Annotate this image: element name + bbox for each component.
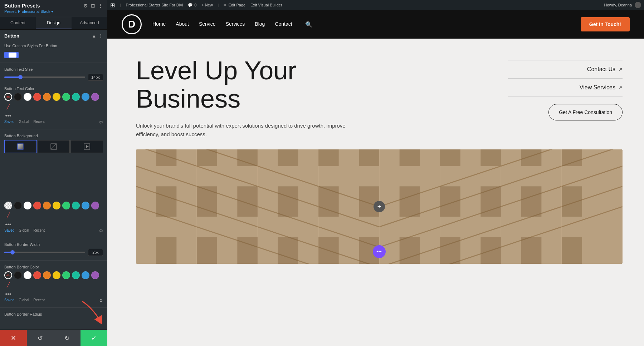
field-text-color: Button Text Color ✏ ╱ ••• Saved Global [0,84,107,128]
tab-advanced[interactable]: Advanced [72,17,107,29]
text-size-input[interactable] [88,74,103,81]
hero-content: Level Up Your Business Unlock your brand… [107,39,644,149]
panel-header-icons: ⚙ ⊞ ⋮ [83,3,103,9]
text-color-dots[interactable]: ••• [4,113,12,119]
panel-settings-icon[interactable]: ⚙ [83,3,88,9]
hero-link-services[interactable]: View Services ↗ [508,79,623,97]
wp-site-name[interactable]: Professional Starter Site For Divi [126,3,183,7]
swatch-black-border[interactable] [14,271,22,279]
hero-subtitle: Unlock your brand's full potential with … [136,122,351,139]
border-color-saved[interactable]: Saved [4,298,14,303]
bg-color-saved[interactable]: Saved [4,228,14,233]
swatch-orange-bg[interactable] [43,202,51,209]
swatch-checker-bg[interactable] [4,202,12,209]
swatch-teal-text[interactable] [72,93,80,101]
bg-video-option[interactable] [70,140,103,153]
swatch-orange-text[interactable] [43,93,51,101]
swatch-yellow-border[interactable] [53,271,60,279]
swatch-purple-border[interactable] [91,271,99,279]
svg-marker-4 [86,145,89,148]
undo-button[interactable]: ↺ [27,330,54,346]
bg-color-recent[interactable]: Recent [33,228,45,233]
nav-search-icon[interactable]: 🔍 [305,21,312,28]
border-color-recent[interactable]: Recent [33,298,45,303]
bg-gradient-option[interactable] [4,140,37,153]
bg-color-dots[interactable]: ••• [4,221,12,228]
swatch-blue-text[interactable] [82,93,89,101]
wp-new[interactable]: + New [201,3,213,7]
swatch-yellow-bg[interactable] [53,202,60,209]
wp-admin-bar: ⊞ | Professional Starter Site For Divi 💬… [107,0,644,10]
swatch-slash-text[interactable]: ╱ [4,103,12,110]
hero-link-contact[interactable]: Contact Us ↗ [508,60,623,79]
custom-styles-toggle[interactable] [4,52,19,58]
bg-options [4,140,103,153]
wp-exit-vb[interactable]: Exit Visual Builder [250,3,282,7]
swatch-blue-border[interactable] [82,271,89,279]
site-logo[interactable]: D [122,14,142,34]
swatch-slash-bg[interactable]: ╱ [4,211,12,219]
text-size-slider[interactable] [4,76,85,78]
section-collapse-icon[interactable]: ▲ [92,33,96,39]
text-color-saved[interactable]: Saved [4,120,14,125]
border-color-global[interactable]: Global [19,298,29,303]
nav-contact[interactable]: Contact [275,21,292,28]
border-color-gear[interactable]: ⚙ [99,298,103,303]
border-width-input[interactable] [88,249,103,256]
swatch-yellow-text[interactable] [53,93,60,101]
hero-cta-button[interactable]: Get A Free Consultation [548,104,623,120]
swatch-orange-border[interactable] [43,271,51,279]
tab-content[interactable]: Content [0,17,36,29]
svg-rect-19 [318,149,339,166]
swatch-teal-border[interactable] [72,271,80,279]
swatch-purple-bg[interactable] [91,202,99,209]
text-size-label: Button Text Size [4,67,103,71]
text-color-recent[interactable]: Recent [33,120,45,125]
swatch-green-bg[interactable] [62,202,70,209]
wp-comments[interactable]: 💬 0 [188,3,196,8]
redo-button[interactable]: ↻ [54,330,80,346]
tab-design[interactable]: Design [36,17,72,29]
nav-home[interactable]: Home [152,21,166,28]
svg-rect-26 [156,187,177,217]
border-color-dots[interactable]: ••• [4,291,12,297]
swatch-red-border[interactable] [33,271,41,279]
swatch-pencil-border[interactable]: ✏ [4,271,12,279]
close-icon: ✕ [11,334,16,342]
panel-menu-icon[interactable]: ⋮ [98,3,103,9]
swatch-black-bg[interactable] [14,202,22,209]
swatch-teal-bg[interactable] [72,202,80,209]
swatch-green-text[interactable] [62,93,70,101]
nav-blog[interactable]: Blog [255,21,265,28]
add-content-button[interactable]: + [374,201,385,212]
nav-services[interactable]: Services [226,21,245,28]
save-button[interactable]: ✓ [80,330,107,346]
nav-about[interactable]: About [176,21,189,28]
swatch-white-text[interactable] [24,93,31,101]
wp-edit-page[interactable]: ✏ Edit Page [224,3,245,8]
swatch-red-bg[interactable] [33,202,41,209]
swatch-white-bg[interactable] [24,202,31,209]
swatch-green-border[interactable] [62,271,70,279]
close-button[interactable]: ✕ [0,330,27,346]
nav-service[interactable]: Service [199,21,216,28]
bg-color-global[interactable]: Global [19,228,29,233]
bg-color-gear[interactable]: ⚙ [99,228,103,233]
more-options-button[interactable]: ••• [373,245,386,258]
border-width-slider[interactable] [4,252,85,253]
nav-cta-button[interactable]: Get In Touch! [581,17,630,31]
bg-image-option[interactable] [38,140,70,153]
text-color-global[interactable]: Global [19,120,29,125]
swatch-white-border[interactable] [24,271,31,279]
text-color-gear[interactable]: ⚙ [99,120,103,125]
swatch-blue-bg[interactable] [82,202,89,209]
swatch-black-text[interactable] [14,93,22,101]
swatch-slash-border[interactable]: ╱ [4,281,12,289]
wp-logo[interactable]: ⊞ [110,2,115,9]
swatch-purple-text[interactable] [91,93,99,101]
swatch-pencil-text[interactable]: ✏ [4,93,12,101]
swatch-red-text[interactable] [33,93,41,101]
section-more-icon[interactable]: ⋮ [98,33,103,39]
panel-layout-icon[interactable]: ⊞ [91,3,95,9]
preset-name[interactable]: Professional Black [18,9,50,14]
